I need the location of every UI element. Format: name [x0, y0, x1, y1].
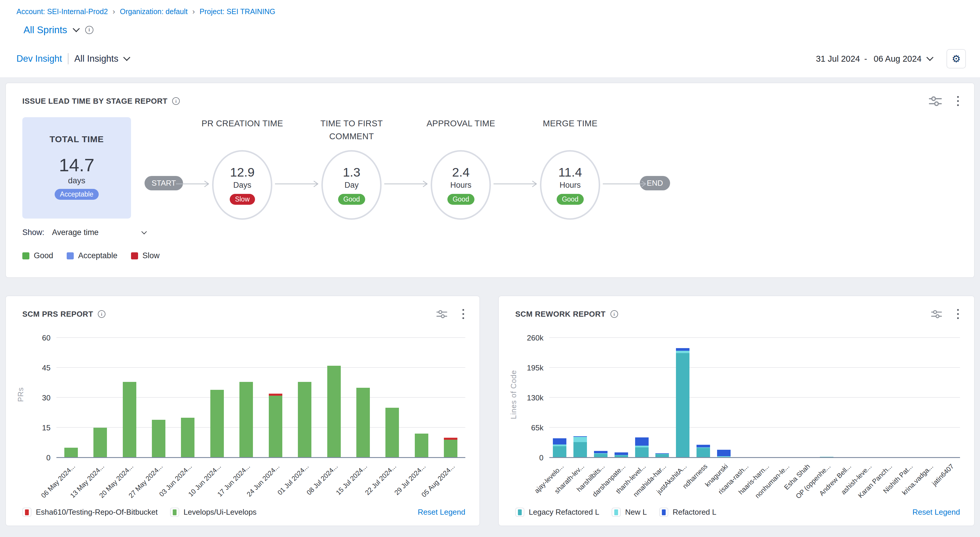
bar[interactable] — [64, 448, 78, 458]
legend-item[interactable]: Refactored L — [659, 508, 716, 517]
bar-segment[interactable] — [553, 438, 566, 444]
info-icon[interactable]: i — [172, 97, 180, 105]
bar-segment[interactable] — [123, 382, 136, 458]
bar-segment[interactable] — [676, 351, 689, 353]
bar-segment[interactable] — [573, 442, 587, 458]
bar[interactable] — [635, 437, 649, 458]
sprint-selector-row: All Sprints i — [24, 24, 966, 35]
bar-segment[interactable] — [415, 434, 428, 458]
chart-slot: 03 Jun 2024... — [173, 331, 202, 458]
legend-item[interactable]: Legacy Refactored L — [515, 508, 599, 517]
bar-segment[interactable] — [697, 448, 710, 458]
chart-slot: 08 Jul 2024... — [319, 331, 348, 458]
bar-segment[interactable] — [635, 447, 649, 458]
bar[interactable] — [210, 390, 224, 458]
bar[interactable] — [444, 438, 457, 458]
bar-segment[interactable] — [717, 450, 730, 456]
bar[interactable] — [327, 366, 341, 458]
filter-sliders-icon[interactable] — [931, 309, 942, 319]
info-icon[interactable]: i — [611, 310, 618, 318]
bar[interactable] — [152, 420, 165, 458]
bar-segment[interactable] — [210, 390, 224, 458]
bar-segment[interactable] — [614, 453, 628, 455]
bar[interactable] — [415, 434, 428, 458]
bar-segment[interactable] — [594, 451, 608, 453]
bar[interactable] — [717, 450, 730, 458]
info-icon[interactable]: i — [98, 310, 105, 318]
chart-slot: 22 Jul 2024... — [378, 331, 407, 458]
bar-segment[interactable] — [181, 418, 194, 458]
legend-swatch-fill — [518, 509, 522, 515]
legend-item[interactable]: New L — [612, 508, 647, 517]
settings-button[interactable]: ⚙ — [947, 49, 966, 68]
chart-slot: justAkshitA... — [673, 331, 693, 458]
date-range-selector[interactable]: 31 Jul 2024 - 06 Aug 2024 — [816, 54, 932, 64]
bar[interactable] — [181, 418, 194, 458]
breadcrumb-project[interactable]: Project: SEI TRAINING — [199, 7, 275, 16]
bar-segment[interactable] — [676, 353, 689, 458]
bar[interactable] — [553, 438, 566, 458]
bar-segment[interactable] — [444, 438, 457, 440]
sprint-selector[interactable]: All Sprints — [24, 24, 67, 35]
bar[interactable] — [94, 428, 107, 458]
bar-segment[interactable] — [64, 448, 78, 458]
bar-segment[interactable] — [385, 408, 399, 458]
stage-circle[interactable]: 2.4HoursGood — [431, 150, 491, 220]
bar-segment[interactable] — [553, 446, 566, 458]
stage-value: 11.4 — [558, 165, 582, 180]
bar-segment[interactable] — [152, 420, 165, 458]
filter-sliders-icon[interactable] — [436, 309, 448, 319]
info-icon[interactable]: i — [85, 26, 94, 34]
show-select[interactable]: Average time — [52, 228, 146, 237]
bar[interactable] — [239, 382, 253, 458]
tab-dev-insight[interactable]: Dev Insight — [16, 54, 62, 64]
breadcrumb-organization[interactable]: Organization: default — [120, 7, 188, 16]
bar-segment[interactable] — [269, 396, 282, 458]
bar[interactable] — [676, 348, 689, 458]
legend-item[interactable]: Esha610/Testing-Repo-Of-Bitbucket — [22, 508, 158, 517]
chart-slot: OP (oppenhe... — [816, 331, 837, 458]
legend-item[interactable]: Acceptable — [67, 251, 118, 260]
kebab-menu-icon[interactable] — [956, 308, 960, 320]
bar-segment[interactable] — [239, 382, 253, 458]
reset-legend-link[interactable]: Reset Legend — [912, 508, 960, 517]
stage-circle[interactable]: 11.4HoursGood — [540, 150, 600, 220]
bar-segment[interactable] — [327, 366, 341, 458]
total-time-value: 14.7 — [59, 156, 95, 174]
bar[interactable] — [356, 388, 370, 458]
bar-segment[interactable] — [444, 440, 457, 458]
filter-sliders-icon[interactable] — [928, 95, 942, 107]
chevron-down-icon[interactable] — [73, 25, 80, 32]
chart-slot: Esha Shah — [796, 331, 816, 458]
bar-segment[interactable] — [269, 394, 282, 396]
legend-item[interactable]: Slow — [131, 251, 160, 260]
insights-dropdown[interactable]: All Insights — [74, 54, 118, 64]
reset-legend-link[interactable]: Reset Legend — [418, 508, 465, 517]
bar[interactable] — [269, 394, 282, 458]
bar-segment[interactable] — [635, 437, 649, 446]
legend-item[interactable]: Good — [22, 251, 53, 260]
kebab-menu-icon[interactable] — [956, 95, 960, 107]
bar-segment[interactable] — [697, 445, 710, 447]
bar[interactable] — [573, 436, 587, 458]
bar-segment[interactable] — [676, 348, 689, 351]
stage-circle[interactable]: 12.9DaysSlow — [212, 150, 272, 220]
legend-swatch — [659, 508, 668, 517]
total-time-label: TOTAL TIME — [49, 134, 104, 144]
bar-segment[interactable] — [573, 437, 587, 442]
breadcrumb-account[interactable]: Account: SEI-Internal-Prod2 — [16, 7, 108, 16]
chevron-down-icon[interactable] — [123, 54, 130, 61]
bar[interactable] — [385, 408, 399, 458]
bar[interactable] — [298, 382, 312, 458]
bar[interactable] — [697, 445, 710, 458]
total-time-card: TOTAL TIME 14.7 days Acceptable — [22, 117, 131, 219]
legend-item[interactable]: Levelops/Ui-Levelops — [170, 508, 257, 517]
bar[interactable] — [123, 382, 136, 458]
chart-slot: ashish-leve... — [858, 331, 878, 458]
kebab-menu-icon[interactable] — [461, 308, 465, 320]
bar-segment[interactable] — [356, 388, 370, 458]
bar[interactable] — [594, 451, 608, 458]
bar-segment[interactable] — [298, 382, 312, 458]
bar-segment[interactable] — [94, 428, 107, 458]
stage-circle[interactable]: 1.3DayGood — [321, 150, 382, 220]
